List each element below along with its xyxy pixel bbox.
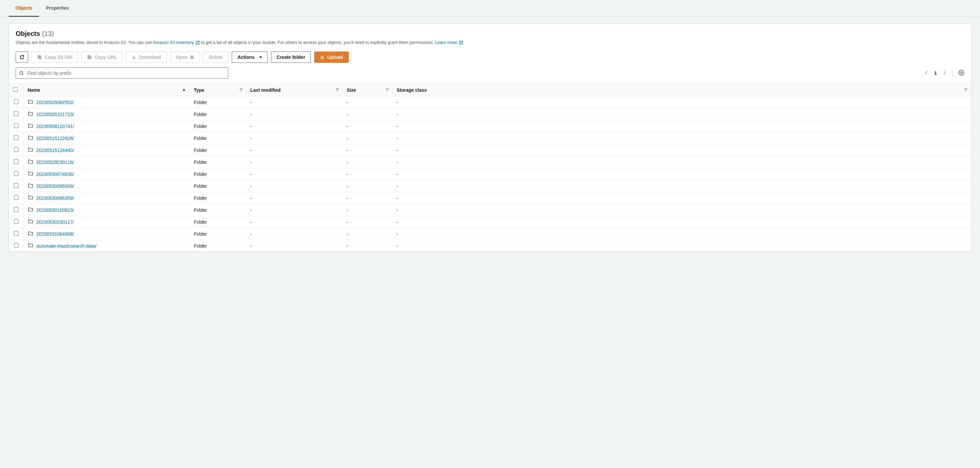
cell-size: - [343,144,393,156]
checkbox[interactable] [14,99,19,104]
row-checkbox-cell[interactable] [9,132,24,144]
table-row: 20230530230117/Folder--- [9,216,971,228]
tab-properties[interactable]: Properties [39,0,75,17]
object-link[interactable]: 20230505082552/ [37,100,74,105]
checkbox[interactable] [14,159,19,164]
checkbox[interactable] [14,111,19,116]
column-type[interactable]: Type▽ [190,84,246,96]
object-link[interactable]: 20230515122628/ [37,135,74,141]
object-link[interactable]: automate-elasticsearch-data/ [37,243,97,248]
cell-size: - [343,192,393,204]
cell-storage-class: - [393,240,971,252]
desc-text-1: Objects are the fundamental entities sto… [16,40,153,45]
object-link[interactable]: 20230505101723/ [37,112,74,117]
download-button: Download [126,51,167,63]
checkbox[interactable] [14,171,19,176]
refresh-button[interactable] [16,51,28,63]
checkbox[interactable] [14,195,19,200]
row-checkbox-cell[interactable] [9,228,24,240]
cell-storage-class: - [393,96,971,108]
toolbar: Copy S3 URI Copy URL Download Open Delet… [9,50,971,67]
object-link[interactable]: 20230530230117/ [37,220,74,225]
link-learn-more[interactable]: Learn more [435,40,463,45]
checkbox[interactable] [14,219,19,224]
cell-last-modified: - [246,216,343,228]
cell-type: Folder [190,240,246,252]
checkbox[interactable] [14,123,19,128]
row-checkbox-cell[interactable] [9,216,24,228]
row-checkbox-cell[interactable] [9,168,24,180]
row-checkbox-cell[interactable] [9,180,24,192]
object-link[interactable]: 20230529230118/ [37,159,74,165]
object-link[interactable]: 20230515124440/ [37,148,74,153]
object-link[interactable]: 20230530100623/ [37,207,74,213]
cell-name: 20230530100623/ [24,204,190,216]
caret-down-icon [259,57,262,58]
sort-icon: ▽ [240,88,242,92]
tab-objects[interactable]: Objects [9,0,39,17]
cell-type: Folder [190,120,246,132]
object-link[interactable]: 20230530074838/ [37,172,74,177]
column-storage-class[interactable]: Storage class▽ [393,84,971,96]
cell-type: Folder [190,132,246,144]
object-count: (13) [42,30,54,38]
checkbox[interactable] [14,183,19,188]
checkbox[interactable] [14,147,19,152]
checkbox[interactable] [14,243,19,248]
actions-dropdown[interactable]: Actions [232,51,267,63]
cell-last-modified: - [246,96,343,108]
cell-last-modified: - [246,240,343,252]
object-link[interactable]: 20230508120741/ [37,124,74,129]
prev-page-button [925,70,928,76]
cell-storage-class: - [393,168,971,180]
row-checkbox-cell[interactable] [9,204,24,216]
cell-name: 20230531064908/ [24,228,190,240]
column-last-modified[interactable]: Last modified▽ [246,84,343,96]
upload-button[interactable]: Upload [314,51,348,63]
cell-size: - [343,180,393,192]
row-checkbox-cell[interactable] [9,108,24,120]
create-folder-button[interactable]: Create folder [271,51,311,63]
cell-last-modified: - [246,108,343,120]
object-link[interactable]: 20230530085359/ [37,196,74,201]
row-checkbox-cell[interactable] [9,144,24,156]
settings-button[interactable] [958,70,964,77]
checkbox[interactable] [13,87,18,92]
object-link[interactable]: 20230530085009/ [37,183,74,189]
checkbox[interactable] [14,231,19,236]
copy-url-button: Copy URL [81,51,123,63]
panel-description: Objects are the fundamental entities sto… [16,40,964,46]
search-input-wrapper[interactable] [16,67,228,79]
cell-type: Folder [190,192,246,204]
open-button: Open [170,51,200,63]
cell-name: 20230530230117/ [24,216,190,228]
table-row: 20230530085359/Folder--- [9,192,971,204]
cell-name: 20230515122628/ [24,132,190,144]
row-checkbox-cell[interactable] [9,156,24,168]
column-name[interactable]: Name▲ [24,84,190,96]
external-link-icon [459,40,463,46]
folder-icon [28,195,33,201]
checkbox[interactable] [14,135,19,140]
row-checkbox-cell[interactable] [9,96,24,108]
cell-last-modified: - [246,132,343,144]
row-checkbox-cell[interactable] [9,120,24,132]
row-checkbox-cell[interactable] [9,192,24,204]
sort-icon: ▽ [964,88,967,92]
cell-type: Folder [190,144,246,156]
cell-last-modified: - [246,180,343,192]
link-s3-inventory[interactable]: Amazon S3 inventory [153,40,201,45]
cell-size: - [343,240,393,252]
column-size[interactable]: Size▽ [343,84,393,96]
panel-title-text: Objects [16,30,40,38]
column-select-all[interactable] [9,84,24,96]
checkbox[interactable] [14,207,19,212]
row-checkbox-cell[interactable] [9,240,24,252]
cell-last-modified: - [246,168,343,180]
object-link[interactable]: 20230531064908/ [37,231,74,237]
cell-last-modified: - [246,156,343,168]
search-input[interactable] [27,70,225,76]
cell-size: - [343,204,393,216]
tab-bar: Objects Properties [0,0,980,17]
table-row: 20230529230118/Folder--- [9,156,971,168]
